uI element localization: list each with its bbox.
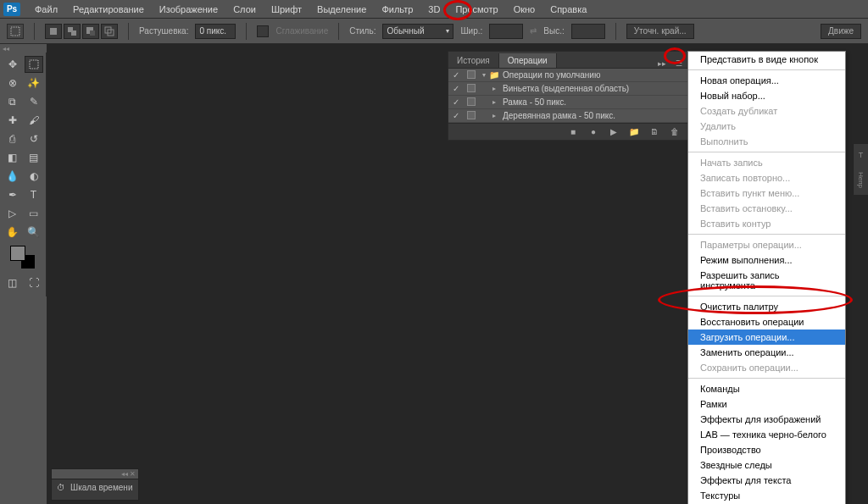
timeline-panel[interactable]: ◂◂ ✕ ⏱ Шкала времени xyxy=(51,468,139,501)
marquee-tool-icon[interactable] xyxy=(25,56,43,73)
delete-icon[interactable]: 🗑 xyxy=(669,127,681,137)
selection-intersect-icon[interactable] xyxy=(101,24,118,39)
flyout-item: Выполнить xyxy=(688,134,845,149)
menu-item[interactable]: Просмотр xyxy=(448,2,505,17)
selection-new-icon[interactable] xyxy=(45,24,62,39)
menu-item[interactable]: Выделение xyxy=(309,2,374,17)
type-tab-icon: T xyxy=(859,151,864,159)
play-icon[interactable]: ▶ xyxy=(608,127,620,137)
workspace-button[interactable]: Движе xyxy=(821,24,861,39)
color-swatch[interactable] xyxy=(10,246,36,269)
action-set-label: Операции по умолчанию xyxy=(503,70,600,80)
menu-item[interactable]: Слои xyxy=(225,2,264,17)
menu-item[interactable]: Справка xyxy=(542,2,594,17)
divider xyxy=(34,23,35,40)
foreground-color[interactable] xyxy=(10,246,25,261)
screenmode-icon[interactable]: ⛶ xyxy=(25,274,43,291)
divider xyxy=(128,23,129,40)
brush-tool-icon[interactable]: 🖌 xyxy=(25,112,43,129)
type-tool-icon[interactable]: T xyxy=(25,186,43,203)
flyout-item[interactable]: Текстуры xyxy=(688,488,845,503)
lasso-tool-icon[interactable]: ⊗ xyxy=(3,75,22,91)
stamp-tool-icon[interactable]: ⎙ xyxy=(3,130,22,147)
record-icon[interactable]: ● xyxy=(587,127,599,137)
flyout-item: Вставить контур xyxy=(688,216,845,231)
width-label: Шир.: xyxy=(460,26,482,36)
flyout-item[interactable]: Заменить операции... xyxy=(688,345,845,360)
flyout-item[interactable]: Разрешить запись инструмента xyxy=(688,268,845,293)
selection-subtract-icon[interactable] xyxy=(82,24,99,39)
heal-tool-icon[interactable]: ✚ xyxy=(3,112,22,129)
menu-item[interactable]: Окно xyxy=(506,2,543,17)
zoom-tool-icon[interactable]: 🔍 xyxy=(25,224,43,241)
height-input[interactable] xyxy=(571,24,605,39)
flyout-item[interactable]: Очистить палитру xyxy=(688,299,845,314)
new-set-icon[interactable]: 📁 xyxy=(628,127,640,137)
flyout-item[interactable]: Восстановить операции xyxy=(688,314,845,330)
wand-tool-icon[interactable]: ✨ xyxy=(25,75,43,91)
flyout-item[interactable]: Новый набор... xyxy=(688,88,845,103)
flyout-item[interactable]: Звездные следы xyxy=(688,457,845,473)
flyout-item[interactable]: Производство xyxy=(688,442,845,457)
app-logo: Ps xyxy=(3,3,20,16)
svg-rect-0 xyxy=(11,27,19,36)
toolbox-collapse[interactable]: ◂◂ xyxy=(0,44,47,53)
menu-item[interactable]: Файл xyxy=(27,2,65,17)
flyout-item[interactable]: Режим выполнения... xyxy=(688,252,845,268)
selection-add-icon[interactable] xyxy=(64,24,81,39)
separator xyxy=(688,152,845,152)
style-select[interactable]: Обычный▾ xyxy=(382,24,453,39)
flyout-item[interactable]: Рамки xyxy=(688,396,845,412)
menu-item[interactable]: Шрифт xyxy=(264,2,309,17)
svg-rect-1 xyxy=(50,28,57,35)
antialias-checkbox[interactable] xyxy=(257,25,269,37)
pen-tool-icon[interactable]: ✒ xyxy=(3,186,22,203)
eraser-tool-icon[interactable]: ◧ xyxy=(3,149,22,166)
width-input[interactable] xyxy=(489,24,523,39)
history-brush-tool-icon[interactable]: ↺ xyxy=(25,130,43,147)
new-action-icon[interactable]: 🗎 xyxy=(648,127,660,137)
hand-tool-icon[interactable]: ✋ xyxy=(3,224,22,241)
flyout-item: Параметры операции... xyxy=(688,237,845,252)
flyout-item[interactable]: Эффекты для изображений xyxy=(688,412,845,427)
flyout-item: Начать запись xyxy=(688,155,845,170)
quickmask-icon[interactable]: ◫ xyxy=(3,274,22,291)
gradient-tool-icon[interactable]: ▤ xyxy=(25,149,43,166)
actions-flyout-menu: Представить в виде кнопокНовая операция.… xyxy=(687,51,846,504)
flyout-item[interactable]: Эффекты для текста xyxy=(688,473,845,488)
flyout-item[interactable]: LAB — техника черно-белого xyxy=(688,427,845,442)
refine-edge-button[interactable]: Уточн. край... xyxy=(626,24,694,39)
flyout-item[interactable]: Загрузить операции... xyxy=(688,330,845,345)
flyout-item[interactable]: Представить в виде кнопок xyxy=(688,52,845,67)
stop-icon[interactable]: ■ xyxy=(567,127,579,137)
flyout-item[interactable]: Новая операция... xyxy=(688,73,845,88)
path-select-tool-icon[interactable]: ▷ xyxy=(3,205,22,222)
menu-item[interactable]: Фильтр xyxy=(374,2,420,17)
shape-tool-icon[interactable]: ▭ xyxy=(25,205,43,222)
feather-label: Растушевка: xyxy=(139,26,188,36)
action-row[interactable]: ✓▸Деревянная рамка - 50 пикс. xyxy=(448,109,687,123)
blur-tool-icon[interactable]: 💧 xyxy=(3,168,22,185)
eyedropper-tool-icon[interactable]: ✎ xyxy=(25,93,43,110)
timeline-icon: ⏱ xyxy=(57,483,65,492)
dodge-tool-icon[interactable]: ◐ xyxy=(25,168,43,185)
menu-item[interactable]: 3D xyxy=(420,2,448,17)
right-collapsed-panel[interactable]: T Непр xyxy=(853,144,868,195)
action-row[interactable]: ✓▸Виньетка (выделенная область) xyxy=(448,82,687,96)
divider xyxy=(338,23,339,40)
tool-preset-icon[interactable] xyxy=(7,24,24,39)
menu-item[interactable]: Изображение xyxy=(152,2,225,17)
feather-input[interactable] xyxy=(195,24,236,39)
tab-actions[interactable]: Операции xyxy=(499,53,557,68)
tab-history[interactable]: История xyxy=(448,53,499,68)
panel-collapse-icon[interactable]: ▸▸ xyxy=(654,59,670,68)
action-set-row[interactable]: ✓ ▾📁 Операции по умолчанию xyxy=(448,69,687,82)
flyout-item[interactable]: Команды xyxy=(688,381,845,396)
panel-menu-icon[interactable]: ☰ xyxy=(670,59,687,68)
move-tool-icon[interactable]: ✥ xyxy=(3,56,22,73)
options-bar: Растушевка: Сглаживание Стиль: Обычный▾ … xyxy=(0,19,868,44)
action-row[interactable]: ✓▸Рамка - 50 пикс. xyxy=(448,96,687,109)
separator xyxy=(688,69,845,70)
crop-tool-icon[interactable]: ⧉ xyxy=(3,93,22,110)
menu-item[interactable]: Редактирование xyxy=(65,2,152,17)
